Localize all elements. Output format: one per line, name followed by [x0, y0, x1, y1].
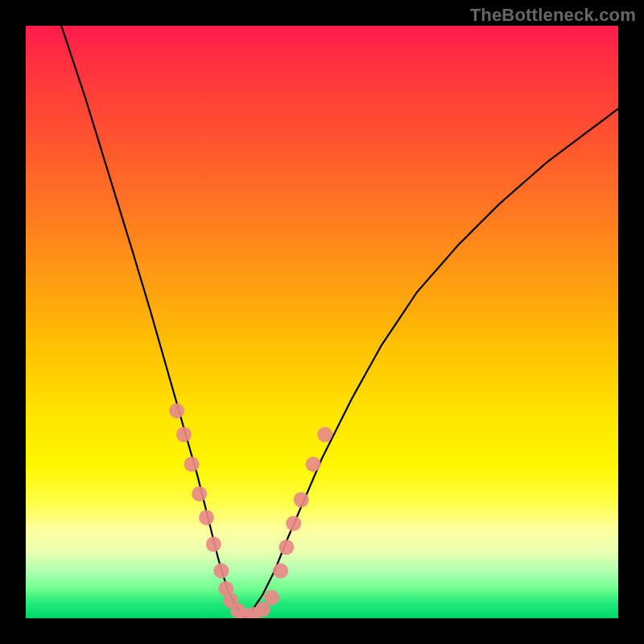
curve-marker — [176, 427, 192, 442]
curve-marker — [279, 539, 294, 555]
curve-marker — [273, 564, 288, 579]
curve-marker — [213, 564, 229, 579]
curve-marker — [286, 516, 301, 531]
curve-left-branch — [61, 26, 245, 618]
curve-marker — [206, 537, 221, 552]
curve-marker — [317, 427, 332, 442]
plot-area — [26, 26, 618, 618]
curve-marker — [264, 590, 279, 605]
curve-marker — [199, 510, 214, 525]
watermark-text: TheBottleneck.com — [470, 5, 636, 26]
curve-marker — [169, 403, 184, 419]
curve-marker — [192, 486, 207, 502]
chart-svg — [26, 26, 618, 618]
chart-frame: TheBottleneck.com — [0, 0, 644, 644]
curve-marker — [184, 456, 200, 472]
curve-right-branch — [245, 109, 618, 618]
curve-markers — [169, 403, 332, 618]
curve-marker — [294, 492, 309, 507]
curve-marker — [305, 456, 320, 472]
